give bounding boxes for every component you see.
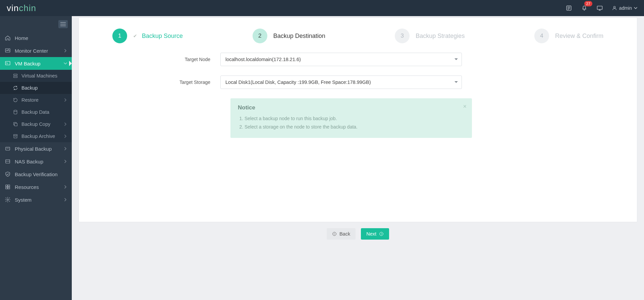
brand-logo: vinchin [7, 3, 36, 13]
step-circle: 3 [395, 29, 410, 43]
target-storage-select[interactable]: Local Disk1(Local Disk, Capacity :199.9G… [220, 76, 462, 89]
sidebar-label: Backup Archive [21, 134, 55, 139]
grid-icon [5, 184, 11, 190]
svg-point-6 [14, 110, 17, 111]
sidebar-item-monitor-center[interactable]: Monitor Center [0, 44, 72, 57]
sidebar-item-vm-backup[interactable]: VM Backup [0, 57, 72, 70]
sidebar-item-backup-archive[interactable]: Backup Archive [0, 130, 72, 142]
sidebar-label: Home [15, 35, 28, 41]
step-circle: 4 [534, 29, 549, 43]
display-icon[interactable] [596, 5, 603, 11]
sidebar-collapse-button[interactable] [58, 20, 68, 28]
svg-rect-8 [14, 135, 17, 136]
sidebar-item-system[interactable]: System [0, 193, 72, 206]
back-button[interactable]: Back [327, 228, 356, 240]
wizard-steps: 1 ✔ Backup Source 2 Backup Destination 3… [92, 18, 624, 53]
target-node-select[interactable]: localhost.localdomain(172.18.21.6) [220, 53, 462, 66]
sidebar-label: NAS Backup [15, 159, 43, 164]
svg-rect-3 [5, 61, 10, 65]
header-actions: 27 admin [566, 4, 637, 12]
notice-close-button[interactable]: × [463, 103, 467, 110]
svg-rect-11 [6, 185, 7, 187]
notice-panel: × Notice Select a backup node to run thi… [230, 98, 472, 138]
sidebar-submenu-vm-backup: Virtual Machines Backup Restore Backup D… [0, 70, 72, 142]
sidebar-item-restore[interactable]: Restore [0, 94, 72, 106]
arrow-right-icon [379, 232, 384, 236]
svg-rect-13 [6, 187, 7, 189]
target-node-label: Target Node [167, 57, 220, 62]
svg-point-16 [333, 232, 336, 236]
user-menu[interactable]: admin [612, 5, 637, 11]
notifications-button[interactable]: 27 [581, 4, 588, 12]
sidebar-item-physical-backup[interactable]: Physical Backup [0, 142, 72, 155]
step-label: Backup Destination [273, 33, 325, 40]
step-label: Review & Confirm [555, 33, 603, 40]
monitor-icon [5, 48, 11, 54]
wizard-step-1[interactable]: 1 ✔ Backup Source [112, 29, 183, 43]
copy-icon [13, 121, 18, 127]
wizard-step-4[interactable]: 4 Review & Confirm [534, 29, 603, 43]
sidebar-label: Backup Copy [21, 121, 50, 127]
vm-icon [5, 60, 11, 66]
jobs-icon[interactable] [566, 5, 572, 11]
home-icon [5, 35, 11, 41]
next-button[interactable]: Next [361, 228, 389, 240]
refresh-icon [13, 85, 18, 91]
target-storage-select-wrap: Local Disk1(Local Disk, Capacity :199.9G… [220, 76, 462, 89]
target-node-select-wrap: localhost.localdomain(172.18.21.6) [220, 53, 462, 66]
sidebar-item-home[interactable]: Home [0, 32, 72, 44]
step-circle: 1 [112, 29, 127, 43]
destination-form: Target Node localhost.localdomain(172.18… [160, 53, 556, 138]
sidebar-label: Resources [15, 184, 39, 190]
svg-rect-12 [8, 185, 10, 187]
user-icon [612, 5, 617, 11]
sidebar-item-backup-verification[interactable]: Backup Verification [0, 168, 72, 181]
chevron-right-icon [64, 135, 67, 138]
step-circle: 2 [253, 29, 267, 43]
notifications-badge: 27 [584, 1, 592, 6]
wizard-step-2[interactable]: 2 Backup Destination [253, 29, 325, 43]
wizard-footer: Back Next [78, 222, 637, 246]
form-row-target-node: Target Node localhost.localdomain(172.18… [167, 53, 549, 66]
svg-rect-1 [597, 6, 602, 9]
sidebar-label: VM Backup [15, 61, 41, 66]
step-label: Backup Source [142, 33, 183, 40]
svg-point-15 [7, 199, 9, 201]
form-row-target-storage: Target Storage Local Disk1(Local Disk, C… [167, 76, 549, 89]
logo-part-vin: vin [7, 3, 19, 13]
sidebar-item-resources[interactable]: Resources [0, 181, 72, 193]
sidebar-label: Physical Backup [15, 146, 52, 152]
chevron-right-icon [64, 185, 67, 189]
chevron-down-icon [64, 62, 67, 65]
wizard-step-3[interactable]: 3 Backup Strategies [395, 29, 465, 43]
svg-rect-7 [14, 123, 17, 126]
arrow-left-icon [332, 232, 337, 236]
sidebar-label: Monitor Center [15, 48, 48, 54]
user-name: admin [619, 5, 632, 11]
check-icon: ✔ [133, 33, 137, 39]
gear-icon [5, 197, 11, 203]
sidebar-item-virtual-machines[interactable]: Virtual Machines [0, 70, 72, 82]
sidebar-item-backup-data[interactable]: Backup Data [0, 106, 72, 118]
chevron-right-icon [64, 198, 67, 201]
notice-title: Notice [238, 104, 465, 111]
servers-icon [13, 73, 18, 79]
notice-line: Select a storage on the node to store th… [245, 123, 465, 131]
sidebar-item-backup[interactable]: Backup [0, 82, 72, 94]
sidebar-item-nas-backup[interactable]: NAS Backup [0, 155, 72, 168]
database-icon [13, 109, 18, 115]
sidebar-label: Virtual Machines [21, 73, 57, 79]
sidebar-item-backup-copy[interactable]: Backup Copy [0, 118, 72, 130]
sidebar-label: Restore [21, 97, 39, 103]
notice-line: Select a backup node to run this backup … [245, 114, 465, 123]
svg-rect-9 [6, 147, 10, 150]
next-label: Next [366, 231, 376, 237]
restore-icon [13, 97, 18, 103]
svg-rect-5 [14, 76, 17, 78]
chevron-right-icon [64, 122, 67, 126]
sidebar-label: Backup Data [21, 109, 49, 115]
app-header: vinchin 27 admin [0, 0, 644, 16]
target-storage-label: Target Storage [167, 80, 220, 85]
chevron-right-icon [64, 49, 67, 52]
main-area: 1 ✔ Backup Source 2 Backup Destination 3… [72, 16, 644, 300]
